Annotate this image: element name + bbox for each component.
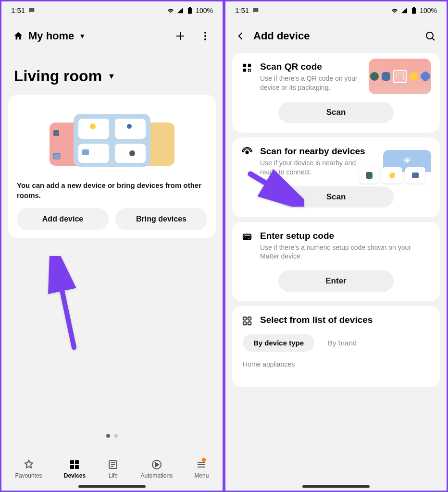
wifi-icon — [391, 7, 398, 14]
top-bar: Add device — [225, 17, 447, 48]
nav-favourites[interactable]: Favourites — [15, 459, 42, 479]
svg-point-13 — [127, 124, 132, 129]
nearby-desc: Use if your device is nearby and ready t… — [260, 159, 361, 177]
nearby-thumb — [359, 150, 431, 184]
nav-life[interactable]: Life — [107, 459, 119, 479]
code-icon: 1234 — [241, 231, 253, 242]
svg-text:1234: 1234 — [244, 235, 251, 238]
bring-devices-button[interactable]: Bring devices — [115, 208, 207, 230]
notification-icon — [252, 7, 260, 14]
svg-rect-41 — [248, 317, 251, 320]
section-list: Select from list of devices By device ty… — [232, 306, 440, 387]
battery-icon — [186, 7, 194, 14]
status-time: 1:51 — [11, 6, 25, 14]
svg-point-15 — [129, 150, 135, 156]
svg-rect-33 — [248, 71, 249, 72]
enter-code-button[interactable]: Enter — [278, 271, 394, 292]
svg-point-35 — [246, 151, 249, 154]
filter-by-brand[interactable]: By brand — [324, 334, 361, 352]
category-label: Home appliances — [243, 360, 429, 368]
svg-rect-9 — [115, 119, 146, 139]
home-indicator[interactable] — [302, 485, 370, 488]
nav-devices[interactable]: Devices — [64, 459, 86, 479]
add-device-button[interactable]: Add device — [17, 208, 109, 230]
section-qr: Scan QR code Use if there's a QR code on… — [232, 53, 440, 133]
battery-pct: 100% — [196, 7, 213, 14]
svg-line-18 — [56, 263, 74, 347]
svg-rect-0 — [188, 8, 192, 13]
svg-rect-22 — [75, 465, 79, 469]
svg-rect-21 — [70, 465, 74, 469]
home-icon — [13, 31, 24, 41]
qr-desc: Use if there's a QR code on your device … — [260, 74, 361, 92]
home-selector[interactable]: My home ▼ — [13, 30, 86, 42]
svg-point-27 — [426, 32, 433, 39]
signal-icon — [176, 7, 184, 14]
code-desc: Use if there's a numeric setup code show… — [260, 243, 431, 261]
nearby-scan-button[interactable]: Scan — [278, 186, 394, 208]
svg-rect-1 — [189, 7, 191, 8]
signal-icon — [400, 7, 408, 14]
back-icon[interactable] — [236, 31, 246, 41]
filter-by-type[interactable]: By device type — [243, 334, 314, 352]
qr-scan-button[interactable]: Scan — [278, 102, 394, 123]
wifi-icon — [167, 7, 174, 14]
page-dots — [1, 434, 223, 438]
svg-rect-16 — [53, 130, 59, 136]
menu-icon — [196, 459, 207, 470]
home-label: My home — [28, 30, 74, 42]
more-icon[interactable] — [199, 30, 211, 42]
home-indicator[interactable] — [78, 485, 146, 488]
svg-rect-14 — [82, 149, 89, 155]
svg-rect-25 — [412, 8, 416, 13]
list-title: Select from list of devices — [260, 315, 373, 325]
svg-point-12 — [90, 123, 96, 129]
svg-rect-29 — [248, 64, 251, 67]
svg-point-4 — [204, 38, 206, 40]
room-selector[interactable]: Living room ▼ — [1, 51, 223, 95]
radar-icon — [241, 146, 253, 158]
screen-add-device: 1:51 100% Add device Scan QR code Use if… — [224, 0, 448, 492]
grid-icon — [241, 315, 253, 326]
chevron-down-icon: ▼ — [79, 32, 86, 40]
battery-pct: 100% — [420, 7, 437, 14]
battery-icon — [410, 7, 418, 14]
svg-rect-34 — [250, 69, 251, 70]
qr-icon — [241, 62, 253, 73]
notification-icon — [28, 7, 36, 14]
add-icon[interactable] — [174, 30, 186, 42]
svg-point-2 — [204, 32, 206, 34]
nav-automations[interactable]: Automations — [141, 459, 173, 479]
life-icon — [107, 459, 119, 470]
status-bar: 1:51 100% — [1, 1, 223, 17]
chevron-down-icon: ▼ — [108, 72, 115, 81]
search-icon[interactable] — [424, 30, 436, 42]
empty-hint: You can add a new device or bring device… — [17, 180, 207, 200]
svg-rect-17 — [53, 153, 60, 159]
status-time: 1:51 — [235, 6, 249, 14]
star-icon — [23, 459, 35, 470]
svg-rect-31 — [248, 69, 249, 70]
nav-menu[interactable]: Menu — [194, 459, 209, 479]
qr-thumb — [369, 59, 431, 94]
svg-point-36 — [406, 160, 409, 162]
svg-rect-40 — [243, 317, 246, 320]
page-title: Add device — [253, 30, 310, 42]
status-bar: 1:51 100% — [225, 1, 447, 17]
svg-rect-28 — [243, 64, 246, 67]
svg-rect-43 — [248, 322, 251, 325]
annotation-arrow — [48, 256, 86, 354]
qr-title: Scan QR code — [260, 62, 361, 72]
section-nearby: Scan for nearby devices Use if your devi… — [232, 137, 440, 217]
svg-rect-30 — [243, 69, 246, 72]
svg-rect-26 — [413, 7, 415, 8]
play-circle-icon — [151, 459, 162, 470]
code-title: Enter setup code — [260, 231, 431, 241]
svg-point-3 — [204, 35, 206, 37]
svg-rect-19 — [70, 460, 74, 464]
top-bar: My home ▼ — [1, 17, 223, 51]
rooms-illustration — [17, 105, 207, 172]
svg-rect-32 — [250, 71, 251, 72]
svg-rect-42 — [243, 322, 246, 325]
nearby-title: Scan for nearby devices — [260, 146, 365, 157]
